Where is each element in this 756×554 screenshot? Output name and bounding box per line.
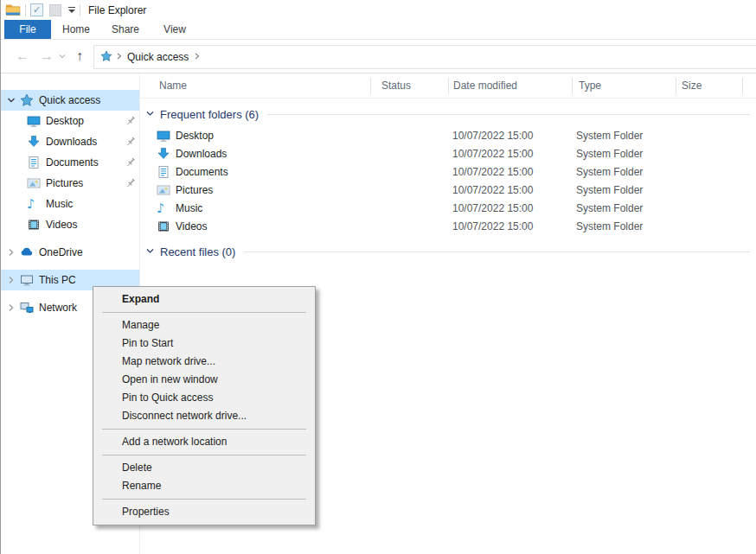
videos-film-icon <box>27 218 41 232</box>
desktop-monitor-icon <box>27 114 41 128</box>
sidebar-item-label: Music <box>46 194 73 214</box>
file-type: System Folder <box>576 218 643 236</box>
sidebar-item-label: Quick access <box>39 90 100 111</box>
titlebar-separator <box>80 4 80 16</box>
sidebar-item-videos[interactable]: Videos <box>1 214 139 235</box>
column-header-name[interactable]: Name <box>159 73 187 99</box>
menu-separator <box>102 429 306 430</box>
file-date-modified: 10/07/2022 15:00 <box>452 218 533 236</box>
quick-access-star-icon <box>100 50 112 65</box>
menu-item-add-network-location[interactable]: Add a network location <box>93 433 315 451</box>
sidebar-item-documents[interactable]: Documents <box>1 152 139 173</box>
column-header-row: Name Status Date modified Type Size <box>140 73 756 99</box>
up-button[interactable]: ↑ <box>70 40 89 73</box>
menu-item-delete[interactable]: Delete <box>93 459 315 477</box>
column-divider[interactable] <box>572 78 573 94</box>
menu-item-open-in-new-window[interactable]: Open in new window <box>93 371 315 389</box>
properties-check-icon[interactable]: ✓ <box>30 3 43 16</box>
tab-view[interactable]: View <box>153 20 196 39</box>
group-header-label[interactable]: Recent files (0) <box>160 245 235 258</box>
documents-page-icon <box>157 165 170 179</box>
column-divider[interactable] <box>370 78 371 94</box>
menu-item-map-network-drive[interactable]: Map network drive... <box>93 353 315 371</box>
file-type: System Folder <box>576 163 643 181</box>
new-item-icon[interactable] <box>49 4 61 16</box>
chevron-down-icon[interactable] <box>6 95 16 105</box>
recent-locations-dropdown-icon[interactable] <box>56 40 68 73</box>
back-button[interactable]: ← <box>13 40 32 73</box>
sidebar-item-desktop[interactable]: Desktop <box>1 111 139 131</box>
pin-icon <box>125 156 137 169</box>
group-header-rule <box>244 252 750 252</box>
sidebar-item-pictures[interactable]: Pictures <box>1 173 139 194</box>
breadcrumb-chevron-icon[interactable] <box>115 51 123 63</box>
tab-share[interactable]: Share <box>103 20 148 39</box>
file-row-pictures[interactable]: Pictures 10/07/2022 15:00 System Folder <box>140 181 756 200</box>
group-header-label[interactable]: Frequent folders (6) <box>160 108 259 121</box>
chevron-right-icon[interactable] <box>6 275 16 285</box>
sidebar-item-music[interactable]: ♪ Music <box>1 194 139 214</box>
file-row-documents[interactable]: Documents 10/07/2022 15:00 System Folder <box>140 163 756 181</box>
menu-separator <box>102 499 306 500</box>
chevron-down-icon[interactable] <box>145 245 155 258</box>
pin-icon <box>125 136 137 148</box>
sidebar-item-downloads[interactable]: Downloads <box>1 131 139 152</box>
menu-item-rename[interactable]: Rename <box>93 477 315 495</box>
file-row-downloads[interactable]: Downloads 10/07/2022 15:00 System Folder <box>140 145 756 163</box>
file-date-modified: 10/07/2022 15:00 <box>452 163 533 181</box>
chevron-right-icon[interactable] <box>6 302 16 313</box>
column-header-size[interactable]: Size <box>682 73 702 99</box>
file-row-desktop[interactable]: Desktop 10/07/2022 15:00 System Folder <box>140 127 756 145</box>
pictures-photo-icon <box>157 183 170 197</box>
file-row-music[interactable]: ♪ Music 10/07/2022 15:00 System Folder <box>140 200 756 218</box>
menu-separator <box>102 312 306 313</box>
column-header-type[interactable]: Type <box>579 73 601 99</box>
menu-item-pin-to-start[interactable]: Pin to Start <box>93 334 315 353</box>
column-header-date-modified[interactable]: Date modified <box>453 73 517 99</box>
address-bar[interactable]: Quick access <box>93 45 756 69</box>
sidebar-item-quick-access[interactable]: Quick access <box>1 90 139 111</box>
file-row-videos[interactable]: Videos 10/07/2022 15:00 System Folder <box>140 218 756 236</box>
pin-icon <box>125 115 137 127</box>
menu-item-manage[interactable]: Manage <box>93 316 315 334</box>
menu-item-expand[interactable]: Expand <box>93 290 315 309</box>
group-header-recent-files: Recent files (0) <box>140 243 756 260</box>
file-name: Downloads <box>176 145 227 163</box>
music-note-icon: ♪ <box>27 197 41 211</box>
file-explorer-window: ✓ File Explorer File Home Share View ← →… <box>0 0 756 554</box>
sidebar-item-label: Downloads <box>46 131 97 152</box>
file-type: System Folder <box>576 127 643 145</box>
menu-item-properties[interactable]: Properties <box>93 503 315 521</box>
videos-film-icon <box>157 220 170 233</box>
chevron-down-icon[interactable] <box>145 108 155 121</box>
this-pc-monitor-icon <box>20 273 34 287</box>
tab-file[interactable]: File <box>4 20 51 39</box>
file-date-modified: 10/07/2022 15:00 <box>452 145 533 163</box>
sidebar-item-onedrive[interactable]: OneDrive <box>1 242 139 263</box>
sidebar-item-label: Documents <box>46 152 99 173</box>
breadcrumb-chevron-icon[interactable] <box>193 51 201 63</box>
desktop-monitor-icon <box>157 129 170 143</box>
column-divider[interactable] <box>676 78 676 94</box>
column-header-status[interactable]: Status <box>381 73 411 99</box>
file-explorer-logo-icon <box>5 3 21 18</box>
breadcrumb-quick-access[interactable]: Quick access <box>127 51 189 63</box>
file-type: System Folder <box>576 145 643 163</box>
file-name: Videos <box>176 218 207 236</box>
titlebar-separator <box>25 4 26 16</box>
title-bar: ✓ File Explorer <box>1 0 756 20</box>
forward-button[interactable]: → <box>37 40 56 73</box>
menu-item-disconnect-network-drive[interactable]: Disconnect network drive... <box>93 407 315 425</box>
file-name: Documents <box>176 163 228 181</box>
customize-quick-access-dropdown-icon[interactable] <box>68 7 75 13</box>
window-title: File Explorer <box>88 4 146 16</box>
tab-home[interactable]: Home <box>54 20 98 39</box>
onedrive-cloud-icon <box>20 245 34 259</box>
file-type: System Folder <box>576 181 643 200</box>
column-divider[interactable] <box>448 78 449 94</box>
column-divider[interactable] <box>742 78 743 94</box>
menu-item-pin-to-quick-access[interactable]: Pin to Quick access <box>93 389 315 407</box>
file-name: Music <box>176 200 202 218</box>
chevron-right-icon[interactable] <box>6 247 16 258</box>
documents-page-icon <box>27 156 41 169</box>
